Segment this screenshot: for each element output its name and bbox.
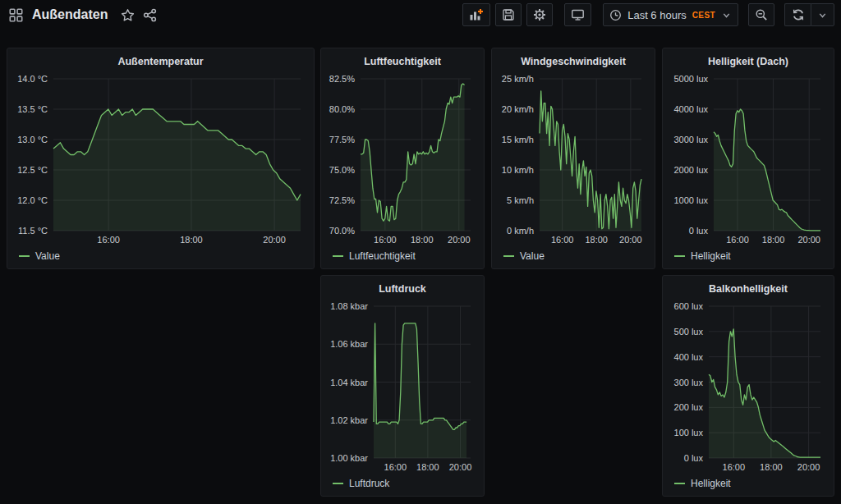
panel-title[interactable]: Windgeschwindigkeit (499, 54, 648, 71)
legend-item[interactable]: Luftdruck (328, 474, 477, 493)
svg-text:15 km/h: 15 km/h (502, 135, 534, 144)
svg-text:16:00: 16:00 (374, 235, 397, 245)
panel-title[interactable]: Luftfeuchtigkeit (328, 54, 477, 71)
legend-label: Luftdruck (349, 478, 389, 489)
legend-swatch (503, 255, 514, 257)
roof-brightness-chart[interactable]: 5000 lux4000 lux3000 lux2000 lux1000 lux… (669, 71, 827, 247)
dashboard-title[interactable]: Außendaten (32, 7, 108, 22)
legend-label: Value (520, 250, 545, 262)
svg-text:200 lux: 200 lux (674, 402, 704, 412)
chevron-down-icon (721, 10, 732, 21)
svg-text:82.5%: 82.5% (329, 74, 355, 84)
balcony-brightness-chart[interactable]: 600 lux500 lux400 lux300 lux200 lux100 l… (669, 298, 827, 474)
legend-item[interactable]: Helligkeit (669, 247, 827, 265)
svg-text:16:00: 16:00 (551, 235, 574, 245)
legend-item[interactable]: Value (14, 247, 307, 265)
refresh-button-group (784, 3, 834, 26)
svg-text:600 lux: 600 lux (674, 301, 704, 311)
time-range-picker[interactable]: Last 6 hours CEST (603, 3, 738, 26)
wind-speed-chart[interactable]: 25 km/h20 km/h15 km/h10 km/h5 km/h0 km/h… (499, 71, 648, 247)
humidity-chart[interactable]: 82.5%80.0%77.5%75.0%72.5%70.0%16:0018:00… (328, 71, 477, 247)
legend-label: Helligkeit (691, 250, 731, 262)
panel-title[interactable]: Luftdruck (328, 282, 477, 298)
legend-item[interactable]: Value (499, 247, 648, 265)
svg-text:20:00: 20:00 (263, 235, 286, 245)
air-pressure-chart[interactable]: 1.08 kbar1.06 kbar1.04 kbar1.02 kbar1.00… (328, 298, 477, 474)
svg-text:1.00 kbar: 1.00 kbar (330, 453, 368, 463)
panel-title[interactable]: Helligkeit (Dach) (669, 54, 827, 71)
panel-helligkeit-dach: Helligkeit (Dach) 5000 lux4000 lux3000 l… (662, 48, 834, 269)
add-panel-button[interactable] (462, 3, 490, 26)
star-icon[interactable] (120, 7, 135, 22)
dashboards-grid-icon[interactable] (8, 7, 23, 22)
svg-text:1.08 kbar: 1.08 kbar (330, 301, 368, 311)
zoom-out-button[interactable] (748, 3, 774, 26)
svg-text:12.0 °C: 12.0 °C (17, 195, 48, 205)
svg-text:75.0%: 75.0% (329, 165, 355, 175)
svg-text:2000 lux: 2000 lux (673, 165, 708, 175)
svg-text:11.5 °C: 11.5 °C (18, 226, 48, 236)
legend-swatch (19, 255, 30, 257)
legend-item[interactable]: Helligkeit (669, 474, 827, 493)
save-icon (502, 8, 515, 21)
legend-label: Helligkeit (691, 478, 731, 489)
svg-text:16:00: 16:00 (726, 235, 749, 245)
dashboard-settings-button[interactable] (526, 3, 553, 26)
svg-text:20:00: 20:00 (619, 235, 642, 245)
svg-text:80.0%: 80.0% (329, 104, 355, 114)
svg-text:1.04 kbar: 1.04 kbar (330, 378, 368, 387)
svg-text:0 km/h: 0 km/h (507, 226, 534, 236)
save-dashboard-button[interactable] (495, 3, 522, 26)
svg-text:20 km/h: 20 km/h (502, 104, 534, 114)
svg-text:12.5 °C: 12.5 °C (17, 165, 48, 175)
svg-text:20:00: 20:00 (448, 235, 471, 245)
dashboard-toolbar: Last 6 hours CEST (457, 3, 834, 26)
svg-text:13.5 °C: 13.5 °C (17, 104, 48, 114)
clock-icon (609, 9, 622, 21)
svg-text:18:00: 18:00 (180, 235, 203, 245)
svg-text:500 lux: 500 lux (674, 327, 704, 337)
chevron-down-icon (817, 10, 828, 21)
svg-text:16:00: 16:00 (97, 235, 120, 245)
panel-balkonhelligkeit: Balkonhelligkeit 600 lux500 lux400 lux30… (662, 275, 834, 497)
temperature-chart[interactable]: 14.0 °C13.5 °C13.0 °C12.5 °C12.0 °C11.5 … (14, 71, 307, 247)
panel-title[interactable]: Balkonhelligkeit (669, 282, 827, 298)
panel-luftfeuchtigkeit: Luftfeuchtigkeit 82.5%80.0%77.5%75.0%72.… (320, 48, 485, 269)
svg-text:4000 lux: 4000 lux (673, 104, 708, 114)
zoom-out-icon (755, 8, 768, 21)
legend-swatch (333, 483, 343, 484)
panel-luftdruck: Luftdruck 1.08 kbar1.06 kbar1.04 kbar1.0… (320, 275, 485, 497)
svg-text:300 lux: 300 lux (674, 378, 704, 387)
svg-text:10 km/h: 10 km/h (502, 165, 534, 175)
svg-text:0 lux: 0 lux (684, 453, 704, 463)
svg-text:5000 lux: 5000 lux (673, 74, 708, 84)
svg-text:1000 lux: 1000 lux (673, 195, 708, 205)
svg-text:400 lux: 400 lux (674, 352, 704, 362)
legend-item[interactable]: Luftfeuchtigkeit (328, 247, 477, 265)
svg-text:13.0 °C: 13.0 °C (17, 135, 48, 144)
panel-title[interactable]: Außentemperatur (14, 54, 307, 71)
svg-text:0 lux: 0 lux (689, 226, 709, 236)
add-panel-icon (469, 8, 484, 21)
share-icon[interactable] (142, 7, 157, 22)
svg-text:5 km/h: 5 km/h (507, 195, 534, 205)
svg-text:72.5%: 72.5% (329, 195, 355, 205)
refresh-button[interactable] (784, 3, 811, 26)
svg-text:20:00: 20:00 (797, 235, 820, 245)
svg-text:100 lux: 100 lux (674, 428, 704, 438)
svg-text:18:00: 18:00 (762, 235, 785, 245)
svg-text:16:00: 16:00 (723, 462, 746, 472)
svg-text:70.0%: 70.0% (329, 226, 355, 236)
dashboard-header: Außendaten (0, 0, 841, 30)
refresh-interval-dropdown[interactable] (811, 3, 834, 26)
svg-text:20:00: 20:00 (797, 462, 820, 472)
time-range-label: Last 6 hours (627, 9, 687, 21)
svg-text:18:00: 18:00 (416, 462, 439, 472)
svg-text:18:00: 18:00 (411, 235, 434, 245)
cycle-view-button[interactable] (564, 3, 591, 26)
legend-label: Luftfeuchtigkeit (349, 250, 416, 262)
settings-gear-icon (533, 8, 546, 21)
svg-text:77.5%: 77.5% (329, 135, 355, 144)
legend-swatch (674, 483, 685, 484)
svg-text:3000 lux: 3000 lux (673, 135, 708, 144)
